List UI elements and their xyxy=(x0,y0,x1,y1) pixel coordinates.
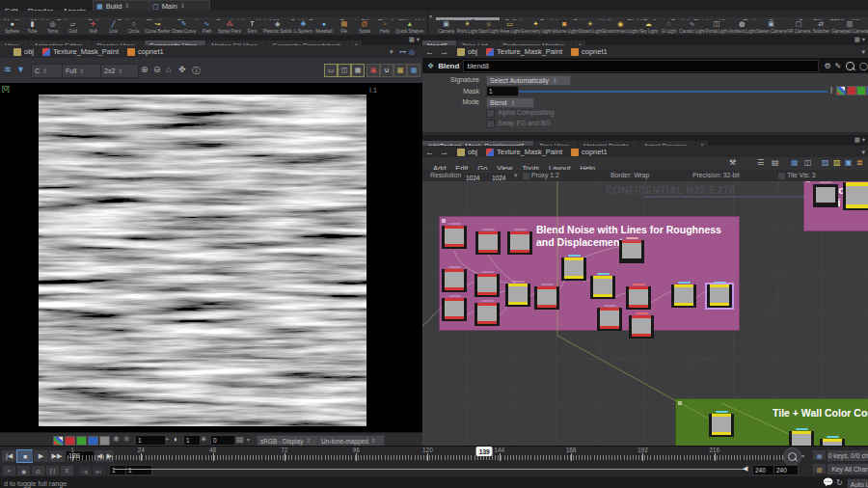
proxy-checkbox[interactable] xyxy=(522,172,530,180)
node-output-bar[interactable] xyxy=(445,244,464,247)
shelf-tool-spray-paint[interactable]: ⁂Spray Paint xyxy=(219,20,241,34)
rgba-swatch-icon[interactable] xyxy=(53,436,64,446)
network-node[interactable] xyxy=(843,181,868,210)
shelf-tool-line[interactable]: ╱Line xyxy=(105,20,122,34)
forward-arrow-icon[interactable]: → xyxy=(440,148,448,157)
grid-view-icon[interactable]: ▦ xyxy=(791,158,799,167)
add-note-icon[interactable]: ▣ xyxy=(845,158,853,167)
alpha-compositing-checkbox[interactable] xyxy=(486,109,495,118)
shelf-tool-area-light[interactable]: ▭Area Light xyxy=(501,20,519,34)
blue-channel-icon[interactable] xyxy=(88,436,98,446)
network-node[interactable] xyxy=(709,411,734,437)
node-output-bar[interactable] xyxy=(477,321,497,324)
shelf-tool-spot-light[interactable]: ☼Spot Light xyxy=(479,20,498,34)
record-icon[interactable]: ⊙ xyxy=(31,465,45,476)
shelf-tool-platonic-solids[interactable]: ◆Platonic Solids xyxy=(263,20,291,34)
node-output-bar[interactable] xyxy=(846,204,868,208)
snowflake-icon[interactable]: ✻ xyxy=(123,435,130,444)
shelf-tool-environment-light[interactable]: ◉Environment Light xyxy=(604,20,637,34)
range-slider[interactable] xyxy=(114,469,746,470)
info-icon[interactable]: ⓘ xyxy=(192,65,201,77)
search-icon[interactable] xyxy=(846,62,854,70)
shelf-tool-geometry-light[interactable]: ✦Geometry Light xyxy=(522,20,550,34)
path-dropdown-icon[interactable]: ▾ xyxy=(861,149,865,156)
rgba-swatch-icon[interactable] xyxy=(836,86,846,95)
network-node[interactable] xyxy=(629,312,654,339)
pan-icon[interactable]: ✥ xyxy=(178,65,186,74)
shelf-tool-sky-light[interactable]: ☁Sky Light xyxy=(639,20,657,34)
node-output-bar[interactable] xyxy=(816,203,835,205)
keys-count-button[interactable]: 0 keys, 0/0 channel xyxy=(827,449,868,462)
bracket-range-icon[interactable]: [ ] xyxy=(45,465,60,476)
network-node[interactable] xyxy=(789,428,814,446)
render-camera-icon[interactable]: ▣ xyxy=(366,64,380,77)
next-key-icon[interactable]: ▶| xyxy=(92,465,106,476)
audio-icon[interactable]: ◉ xyxy=(16,465,31,476)
shelf-overflow-arrow[interactable]: ▾ xyxy=(429,13,432,19)
scrub-mode-icon[interactable]: ⌖ xyxy=(2,465,16,476)
res-y-field[interactable]: 1024 xyxy=(489,171,516,173)
filter-icon[interactable]: ▼ xyxy=(16,65,25,74)
pixel-grid-icon[interactable]: ▦ xyxy=(407,64,420,77)
key-all-channels-button[interactable]: Key All Channels xyxy=(827,463,868,475)
snowflake-icon[interactable]: ✻ xyxy=(113,435,120,444)
zoom-mode-select[interactable]: Full⇕ xyxy=(62,64,102,78)
network-node[interactable] xyxy=(442,223,467,249)
prev-key-icon[interactable]: |◀ xyxy=(77,465,92,476)
home-view-icon[interactable]: ⌂ xyxy=(166,65,171,74)
network-node[interactable] xyxy=(561,255,586,281)
network-node[interactable] xyxy=(442,266,467,292)
network-node[interactable] xyxy=(507,229,532,255)
layout-split-icon[interactable]: ◫ xyxy=(338,64,351,77)
offset-field[interactable]: 0 xyxy=(210,435,235,446)
shelf-tool-volume-light[interactable]: ◙Volume Light xyxy=(553,20,576,34)
tree-list-icon[interactable]: ☰ xyxy=(757,158,764,167)
breadcrumb-texture-mask-paint[interactable]: Texture_Mask_Paint xyxy=(42,47,119,56)
gear-icon[interactable]: ⚙ xyxy=(824,62,830,70)
snap-magnet-icon[interactable]: ∪ xyxy=(380,64,393,77)
network-node[interactable] xyxy=(475,229,501,255)
node-output-bar[interactable] xyxy=(674,303,693,306)
mask-slider[interactable] xyxy=(519,91,827,93)
shelf-tool-metaball[interactable]: ●Metaball xyxy=(315,20,333,34)
jump-end-button[interactable]: ▶▶ xyxy=(48,449,66,463)
layers-stack-icon[interactable]: ≣ xyxy=(856,158,863,167)
help-circle-icon[interactable]: ◯ xyxy=(859,62,868,70)
shelf-tool-point-light[interactable]: ☀Point Light xyxy=(458,20,477,34)
plus-icon[interactable]: + xyxy=(165,436,169,443)
grid-layout-select[interactable]: 2x2⇕ xyxy=(100,64,139,78)
tile-grid-icon[interactable]: ▩ xyxy=(393,64,407,77)
wrench-icon[interactable]: ⚒ xyxy=(729,158,736,167)
brush-icon[interactable]: ✎ xyxy=(835,62,842,70)
network-node[interactable] xyxy=(597,305,622,331)
node-output-bar[interactable] xyxy=(477,292,497,295)
pages-icon[interactable]: ▤ xyxy=(772,158,779,167)
node-output-bar[interactable] xyxy=(537,305,556,308)
breadcrumb-copnet1[interactable]: copnet1 xyxy=(127,47,164,56)
playhead-marker[interactable]: 139 xyxy=(476,447,493,456)
res-x-field[interactable]: 1024 xyxy=(463,171,492,173)
keyframe-grid-icon[interactable]: ▦ xyxy=(812,449,827,461)
shelf-tool-null[interactable]: ✛Null xyxy=(85,20,102,34)
node-output-bar[interactable] xyxy=(593,294,612,297)
shelf-tool-caustic-light[interactable]: ∿Caustic Light xyxy=(680,20,703,34)
swap-fg-bg-checkbox[interactable] xyxy=(486,120,495,128)
key-options-icon[interactable]: ≡ xyxy=(60,465,74,476)
zoom-out-icon[interactable]: ⊖ xyxy=(153,65,161,74)
network-editor-canvas[interactable]: CONFIDENTIAL H20.5.278 Copni Blend Noise… xyxy=(422,181,868,446)
network-node[interactable] xyxy=(505,281,530,307)
green-channel-icon[interactable] xyxy=(76,436,87,446)
pin-icon[interactable]: ⊶ xyxy=(399,48,406,56)
node-name-field[interactable]: blend8 xyxy=(463,60,819,72)
shelf-tool-switcher[interactable]: ⇄Switcher xyxy=(812,20,829,34)
breadcrumb-texture-mask-paint[interactable]: Texture_Mask_Paint xyxy=(486,148,562,156)
channel-select[interactable]: C⇕ xyxy=(31,64,64,78)
path-dropdown-icon[interactable]: ▾ xyxy=(390,48,393,56)
network-node[interactable] xyxy=(534,284,559,310)
node-output-bar[interactable] xyxy=(510,250,529,253)
thumbnail-icon[interactable]: ▨ xyxy=(812,463,827,474)
breadcrumb-texture-mask-paint[interactable]: Texture_Mask_Paint xyxy=(486,47,562,56)
network-node[interactable] xyxy=(626,284,651,310)
node-output-bar[interactable] xyxy=(712,432,731,435)
jump-start-button[interactable]: |◀ xyxy=(1,449,17,463)
